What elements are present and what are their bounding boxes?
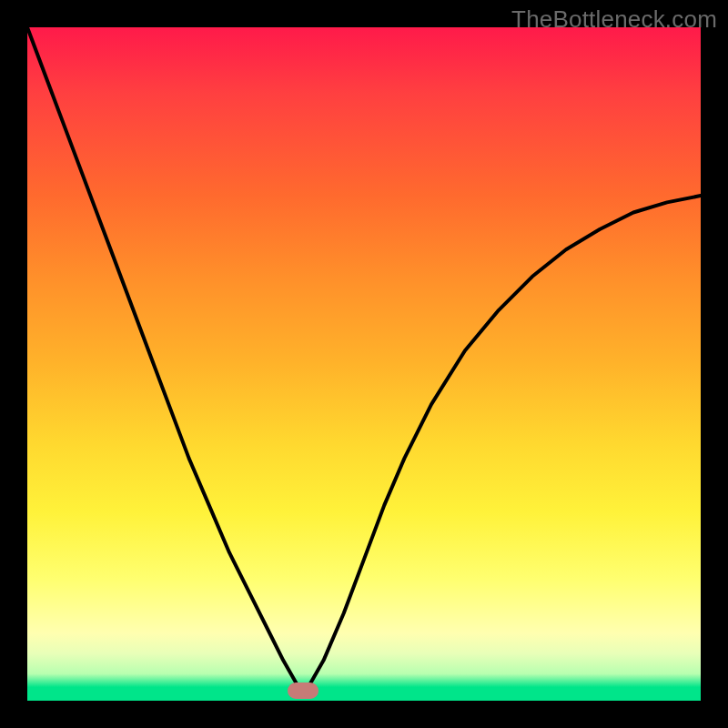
plot-area	[27, 27, 701, 701]
gradient-background	[27, 27, 701, 701]
outer-frame: TheBottleneck.com	[0, 0, 728, 728]
